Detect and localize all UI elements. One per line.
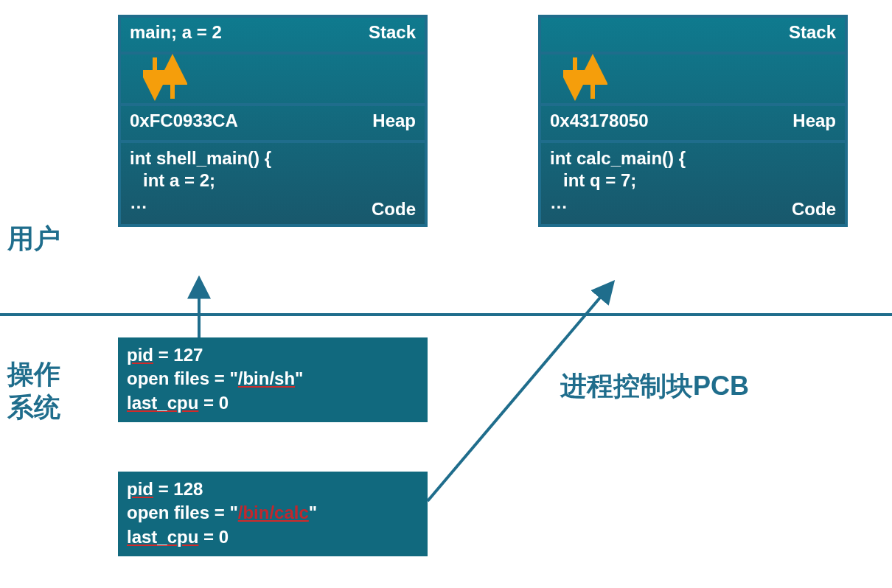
proc1-code-line1: int shell_main() { [130,147,416,169]
user-os-divider [0,313,892,316]
proc1-stack-row: main; a = 2 Stack [121,18,425,55]
pcb1-files-line: open files = "/bin/sh" [127,367,419,391]
proc1-gap-row [121,55,425,106]
pcb2-files-label: open files = [127,503,229,522]
pcb2-pid-label: pid [127,479,153,499]
proc2-code-row: int calc_main() { int q = 7; … Code [541,143,845,224]
pcb2-files-line: open files = "/bin/calc" [127,501,419,525]
pcb1-quote-open: " [229,368,237,388]
proc2-heap-label: Heap [792,111,836,131]
proc2-code-line2: int q = 7; [550,169,836,192]
pcb2-quote-open: " [229,503,237,522]
pcb-2-box: pid = 128 open files = "/bin/calc" last_… [118,472,428,556]
proc1-heap-value: 0xFC0933CA [130,111,238,131]
proc1-stack-value: main; a = 2 [130,22,222,43]
proc2-heap-row: 0x43178050 Heap [541,106,845,143]
pcb2-pid-line: pid = 128 [127,477,419,501]
pcb2-quote-close: " [309,503,317,522]
pcb2-lastcpu-line: last_cpu = 0 [127,525,419,549]
stack-heap-arrows-icon [143,53,187,105]
proc2-stack-label: Stack [789,22,836,43]
label-os-space: 操作 系统 [7,357,81,424]
label-user-space: 用户 [7,221,60,257]
pcb2-lastcpu-label: last_cpu [127,527,198,547]
label-pcb-title: 进程控制块PCB [560,368,749,405]
proc1-stack-label: Stack [369,22,416,43]
stack-heap-arrows-icon [563,53,607,105]
pcb1-files-label: open files = [127,368,229,388]
proc2-gap-row [541,55,845,106]
pcb1-pid-value: = 127 [153,345,203,365]
pcb2-pid-value: = 128 [153,479,203,499]
proc1-heap-label: Heap [372,111,416,131]
pcb1-quote-close: " [295,368,303,388]
process-2-address-space: Stack 0x43178050 Heap int calc_main() { … [538,15,848,227]
pcb-1-box: pid = 127 open files = "/bin/sh" last_cp… [118,337,428,422]
proc1-code-row: int shell_main() { int a = 2; … Code [121,143,425,224]
pcb1-lastcpu-value: = 0 [198,393,229,413]
proc1-heap-row: 0xFC0933CA Heap [121,106,425,143]
proc2-code-label: Code [792,199,836,220]
pcb1-pid-label: pid [127,345,153,365]
process-1-address-space: main; a = 2 Stack 0xFC0933CA Heap int sh… [118,15,428,227]
proc2-stack-row: Stack [541,18,845,55]
proc2-heap-value: 0x43178050 [550,111,648,131]
pcb1-lastcpu-label: last_cpu [127,393,198,413]
proc1-code-label: Code [372,199,416,220]
proc1-code-line2: int a = 2; [130,169,416,192]
pcb1-lastcpu-line: last_cpu = 0 [127,391,419,415]
proc2-code-line1: int calc_main() { [550,147,836,169]
pcb1-pid-line: pid = 127 [127,343,419,367]
pcb2-lastcpu-value: = 0 [198,527,229,547]
pcb1-files-path: /bin/sh [238,368,295,388]
pcb2-files-path: /bin/calc [238,503,309,522]
